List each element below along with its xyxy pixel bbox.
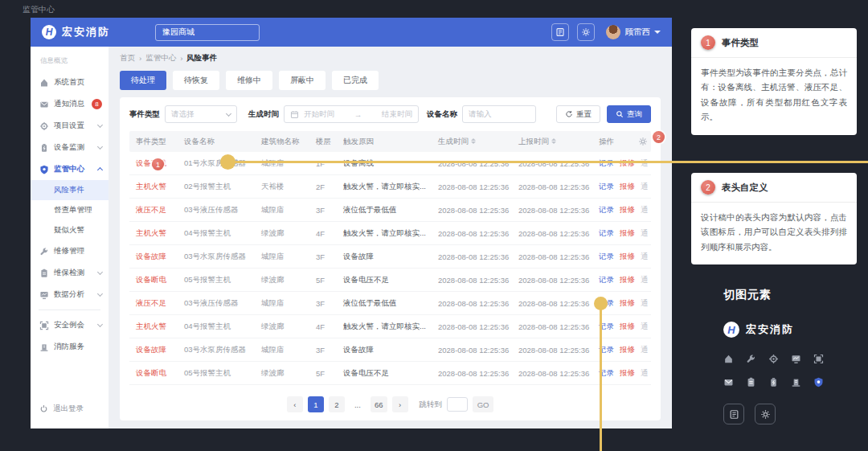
notify-link[interactable]: 通知	[641, 228, 648, 239]
page-button-1[interactable]: 1	[308, 396, 324, 412]
table-row[interactable]: 主机火警02号报警主机天裕楼2F触发火警，请立即核实...2028-08-08 …	[129, 175, 651, 199]
reset-button[interactable]: 重置	[556, 105, 600, 123]
sort-icon[interactable]	[551, 138, 556, 144]
breadcrumb-center[interactable]: 监管中心	[145, 53, 176, 64]
record-link[interactable]: 记录	[599, 228, 614, 239]
repair-link[interactable]: 报修	[620, 158, 635, 169]
sidebar-item-label: 通知消息	[54, 99, 87, 109]
annotation-panel-header-customize: 2 表头自定义 设计稿中的表头内容为默认内容，点击该图标后，用户可以自定义表头排…	[691, 173, 857, 264]
sidebar-item-message[interactable]: 通知消息8	[31, 93, 108, 115]
record-link[interactable]: 记录	[599, 275, 614, 285]
notification-badge: 8	[92, 99, 102, 109]
table-row[interactable]: 设备断电05号报警主机绿波廊5F设备电压不足2028-08-08 12:25:3…	[129, 362, 651, 385]
event-type-select[interactable]: 请选择	[165, 105, 237, 123]
notify-link[interactable]: 通知	[641, 158, 648, 169]
event-type-cell: 设备断电	[133, 275, 181, 285]
table-row[interactable]: 设备离线01号水泵房传感器城隍庙1F设备离线2028-08-08 12:25:3…	[129, 152, 651, 175]
created-time-cell: 2028-08-08 12:25:36	[435, 252, 515, 261]
user-menu[interactable]: 顾雷西	[625, 27, 661, 38]
event-type-cell: 主机火警	[133, 182, 181, 192]
sidebar-subitem[interactable]: 疑似火警	[31, 220, 108, 240]
column-header-label: 建筑物名称	[261, 137, 300, 146]
sidebar-item-analytics[interactable]: 数据分析	[31, 284, 108, 305]
table-row[interactable]: 设备故障03号水泵房传感器城隍庙3F设备故障2028-08-08 12:25:3…	[129, 245, 651, 269]
created-time-cell: 2028-08-08 12:25:36	[435, 369, 515, 378]
notify-link[interactable]: 通知	[641, 252, 648, 262]
analytics-icon	[791, 354, 801, 364]
record-link[interactable]: 记录	[599, 182, 614, 192]
sidebar-item-device[interactable]: 设备监测	[31, 137, 108, 158]
panel-header: 2 表头自定义	[691, 173, 857, 203]
table-row[interactable]: 主机火警04号报警主机绿波廊4F触发火警，请立即核实...2028-08-08 …	[129, 222, 651, 245]
repair-link[interactable]: 报修	[620, 228, 635, 239]
sidebar-item-project[interactable]: 项目设置	[31, 115, 108, 137]
repair-link[interactable]: 报修	[620, 322, 635, 332]
sidebar-item-fire-service[interactable]: 消防服务	[31, 336, 108, 358]
table-row[interactable]: 设备断电05号报警主机绿波廊5F设备电压不足2028-08-08 12:25:3…	[129, 269, 651, 292]
repair-link[interactable]: 报修	[620, 298, 635, 309]
column-header: 建筑物名称	[258, 137, 313, 147]
prev-page-button[interactable]: ‹	[287, 396, 303, 412]
sort-icon[interactable]	[471, 138, 476, 144]
record-link[interactable]: 记录	[599, 158, 614, 169]
record-link[interactable]: 记录	[599, 205, 614, 215]
notify-link[interactable]: 通知	[641, 368, 648, 379]
tab-维修中[interactable]: 维修中	[226, 71, 272, 90]
status-tabs: 待处理待恢复维修中屏蔽中已完成	[120, 71, 661, 90]
notify-link[interactable]: 通知	[641, 298, 648, 309]
sidebar-item-home[interactable]: 系统首页	[31, 72, 108, 93]
time-filter-label: 生成时间	[248, 109, 279, 120]
sidebar-subitem[interactable]: 风险事件	[31, 180, 108, 200]
avatar[interactable]	[606, 25, 620, 39]
sidebar-item-maintenance[interactable]: 维保检测	[31, 262, 108, 284]
tab-待处理[interactable]: 待处理	[120, 71, 166, 90]
repair-link[interactable]: 报修	[620, 205, 635, 215]
sidebar-nav: 系统首页通知消息8项目设置设备监测监管中心风险事件督查单管理疑似火警维修管理维保…	[31, 72, 108, 358]
repair-link[interactable]: 报修	[620, 368, 635, 379]
search-button[interactable]: 查询	[607, 105, 651, 123]
sidebar-item-meeting[interactable]: 安全例会	[31, 314, 108, 336]
device-name-cell: 05号报警主机	[181, 275, 258, 285]
project-select[interactable]: 豫园商城	[155, 24, 260, 41]
jump-page-input[interactable]	[447, 397, 468, 412]
notify-link[interactable]: 通知	[641, 345, 648, 355]
notify-link[interactable]: 通知	[641, 275, 648, 285]
sort-asc-icon	[551, 138, 556, 141]
page-button-...[interactable]: ...	[350, 396, 366, 412]
date-range-picker[interactable]: 开始时间 → 结束时间	[284, 105, 419, 123]
repair-link[interactable]: 报修	[620, 345, 635, 355]
sidebar-item-repair[interactable]: 维修管理	[31, 240, 108, 262]
breadcrumb-home[interactable]: 首页	[120, 53, 135, 64]
repair-link[interactable]: 报修	[620, 252, 635, 262]
device-name-cell: 04号报警主机	[181, 228, 258, 239]
device-name-cell: 03号液压传感器	[181, 205, 258, 215]
tab-已完成[interactable]: 已完成	[332, 71, 379, 90]
page-button-2[interactable]: 2	[329, 396, 345, 412]
settings-button[interactable]	[577, 23, 595, 41]
logout-button[interactable]: 退出登录	[31, 397, 108, 420]
repair-link[interactable]: 报修	[620, 275, 635, 285]
go-button[interactable]: GO	[473, 396, 493, 412]
record-link[interactable]: 记录	[599, 252, 614, 262]
sidebar-subitem[interactable]: 督查单管理	[31, 200, 108, 220]
column-header: 楼层	[313, 137, 340, 147]
next-page-button[interactable]: ›	[392, 396, 408, 412]
sidebar-item-shield[interactable]: 监管中心	[31, 158, 108, 180]
contract-button[interactable]	[551, 23, 569, 41]
page-button-66[interactable]: 66	[371, 396, 387, 412]
table-row[interactable]: 液压不足03号液压传感器城隍庙3F液位低于最低值2028-08-08 12:25…	[129, 292, 651, 315]
notify-link[interactable]: 通知	[641, 182, 648, 192]
table-row[interactable]: 主机火警04号报警主机绿波廊4F触发火警，请立即核实...2028-08-08 …	[129, 315, 651, 338]
device-name-input[interactable]: 请输入	[462, 105, 536, 123]
event-type-placeholder: 请选择	[171, 109, 194, 120]
fire-service-icon	[39, 342, 49, 352]
table-row[interactable]: 液压不足03号液压传感器城隍庙3F液位低于最低值2028-08-08 12:25…	[129, 199, 651, 222]
notify-link[interactable]: 通知	[641, 205, 648, 215]
notify-link[interactable]: 通知	[641, 322, 648, 332]
event-type-cell: 液压不足	[133, 298, 181, 309]
tab-屏蔽中[interactable]: 屏蔽中	[279, 71, 326, 90]
customize-columns-button[interactable]	[638, 137, 648, 146]
tab-待恢复[interactable]: 待恢复	[173, 71, 219, 90]
table-row[interactable]: 设备故障03号水泵房传感器城隍庙3F设备故障2028-08-08 12:25:3…	[129, 338, 651, 362]
repair-link[interactable]: 报修	[620, 182, 635, 192]
